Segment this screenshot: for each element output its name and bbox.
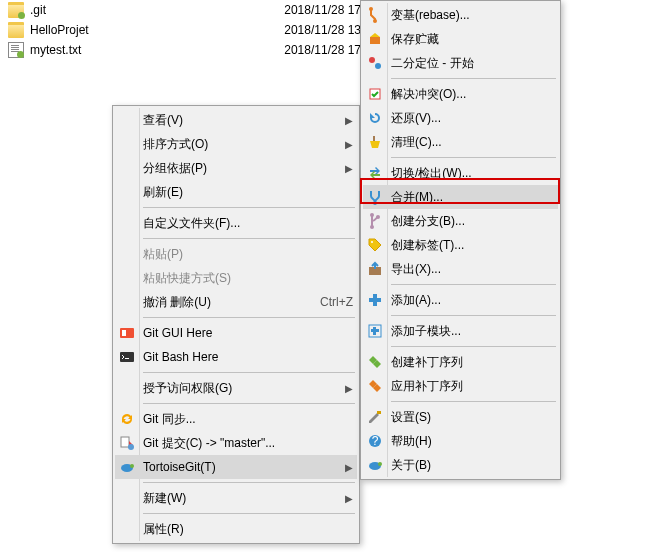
svg-rect-1: [122, 330, 126, 336]
file-name: HelloProjet: [30, 23, 284, 37]
file-row[interactable]: mytest.txt2018/11/28 17:3: [0, 40, 375, 60]
bisect-icon: [367, 55, 383, 71]
menu-item[interactable]: 创建分支(B)...: [363, 209, 558, 233]
svg-point-9: [373, 19, 377, 23]
menu-item[interactable]: 查看(V)▶: [115, 108, 357, 132]
menu-item-label: 粘贴快捷方式(S): [143, 270, 231, 287]
menu-item: 粘贴快捷方式(S): [115, 266, 357, 290]
menu-item: 粘贴(P): [115, 242, 357, 266]
menu-item[interactable]: 二分定位 - 开始: [363, 51, 558, 75]
menu-item-label: 还原(V)...: [391, 110, 441, 127]
menu-item-label: 添加(A)...: [391, 292, 441, 309]
menu-item[interactable]: 应用补丁序列: [363, 374, 558, 398]
svg-point-19: [371, 241, 373, 243]
svg-rect-25: [371, 329, 379, 332]
menu-item-label: 查看(V): [143, 112, 183, 129]
menu-item-label: 自定义文件夹(F)...: [143, 215, 240, 232]
menu-separator: [143, 317, 355, 318]
menu-item[interactable]: 清理(C)...: [363, 130, 558, 154]
menu-item[interactable]: 变基(rebase)...: [363, 3, 558, 27]
create-patch-icon: [367, 354, 383, 370]
menu-separator: [143, 482, 355, 483]
menu-item[interactable]: 授予访问权限(G)▶: [115, 376, 357, 400]
menu-item-label: 切换/检出(W)...: [391, 165, 472, 182]
menu-separator: [391, 315, 556, 316]
menu-item[interactable]: TortoiseGit(T)▶: [115, 455, 357, 479]
menu-item[interactable]: 关于(B): [363, 453, 558, 477]
menu-item-label: 清理(C)...: [391, 134, 442, 151]
menu-item[interactable]: 撤消 删除(U)Ctrl+Z: [115, 290, 357, 314]
menu-item[interactable]: 解决冲突(O)...: [363, 82, 558, 106]
rebase-icon: [367, 7, 383, 23]
menu-item[interactable]: 创建标签(T)...: [363, 233, 558, 257]
svg-rect-26: [377, 411, 381, 414]
menu-item-label: 帮助(H): [391, 433, 432, 450]
context-menu-tortoisegit[interactable]: 变基(rebase)...保存贮藏二分定位 - 开始解决冲突(O)...还原(V…: [360, 0, 561, 480]
submenu-arrow-icon: ▶: [345, 115, 353, 126]
file-row[interactable]: .git2018/11/28 17:3: [0, 0, 375, 20]
menu-item[interactable]: Git GUI Here: [115, 321, 357, 345]
about-icon: [367, 457, 383, 473]
svg-rect-14: [373, 136, 375, 141]
file-row[interactable]: HelloProjet2018/11/28 13:3: [0, 20, 375, 40]
menu-item[interactable]: 刷新(E): [115, 180, 357, 204]
menu-separator: [391, 157, 556, 158]
submenu-arrow-icon: ▶: [345, 163, 353, 174]
menu-item-label: 添加子模块...: [391, 323, 461, 340]
submenu-arrow-icon: ▶: [345, 462, 353, 473]
menu-item[interactable]: 排序方式(O)▶: [115, 132, 357, 156]
menu-item[interactable]: 导出(X)...: [363, 257, 558, 281]
svg-point-30: [378, 462, 382, 466]
menu-item[interactable]: 添加(A)...: [363, 288, 558, 312]
apply-patch-icon: [367, 378, 383, 394]
folder-icon: [8, 22, 24, 38]
menu-item-label: 二分定位 - 开始: [391, 55, 474, 72]
menu-separator: [143, 238, 355, 239]
menu-item-label: Git Bash Here: [143, 350, 218, 364]
menu-item[interactable]: 切换/检出(W)...: [363, 161, 558, 185]
svg-point-17: [370, 225, 374, 229]
menu-item[interactable]: 属性(R): [115, 517, 357, 541]
menu-item-label: 导出(X)...: [391, 261, 441, 278]
svg-rect-22: [369, 298, 381, 302]
menu-separator: [143, 372, 355, 373]
menu-item-label: Git GUI Here: [143, 326, 212, 340]
menu-item[interactable]: 分组依据(P)▶: [115, 156, 357, 180]
menu-item[interactable]: Git Bash Here: [115, 345, 357, 369]
menu-item[interactable]: ?帮助(H): [363, 429, 558, 453]
menu-item[interactable]: 还原(V)...: [363, 106, 558, 130]
stash-icon: [367, 31, 383, 47]
menu-item-label: 创建标签(T)...: [391, 237, 464, 254]
settings-icon: [367, 409, 383, 425]
menu-item[interactable]: 创建补丁序列: [363, 350, 558, 374]
menu-item[interactable]: 新建(W)▶: [115, 486, 357, 510]
menu-item[interactable]: Git 提交(C) -> "master"...: [115, 431, 357, 455]
svg-point-12: [375, 63, 381, 69]
merge-icon: [367, 189, 383, 205]
context-menu-explorer[interactable]: 查看(V)▶排序方式(O)▶分组依据(P)▶刷新(E)自定义文件夹(F)...粘…: [112, 105, 360, 544]
menu-item[interactable]: 设置(S): [363, 405, 558, 429]
menu-item-label: 创建补丁序列: [391, 354, 463, 371]
menu-separator: [391, 78, 556, 79]
git-commit-icon: [119, 435, 135, 451]
menu-item-label: 新建(W): [143, 490, 186, 507]
menu-item[interactable]: 保存贮藏: [363, 27, 558, 51]
menu-item[interactable]: 添加子模块...: [363, 319, 558, 343]
svg-point-11: [369, 57, 375, 63]
menu-item-label: 合并(M)...: [391, 189, 443, 206]
menu-item[interactable]: 自定义文件夹(F)...: [115, 211, 357, 235]
menu-item-label: 应用补丁序列: [391, 378, 463, 395]
svg-point-16: [370, 213, 374, 217]
svg-text:?: ?: [372, 434, 379, 448]
menu-item-label: 保存贮藏: [391, 31, 439, 48]
git-bash-icon: [119, 349, 135, 365]
menu-item[interactable]: 合并(M)...: [363, 185, 558, 209]
menu-item-label: 设置(S): [391, 409, 431, 426]
branch-icon: [367, 213, 383, 229]
svg-rect-4: [121, 437, 129, 447]
menu-item[interactable]: Git 同步...: [115, 407, 357, 431]
menu-item-label: TortoiseGit(T): [143, 460, 216, 474]
submodule-icon: [367, 323, 383, 339]
help-icon: ?: [367, 433, 383, 449]
git-gui-icon: [119, 325, 135, 341]
